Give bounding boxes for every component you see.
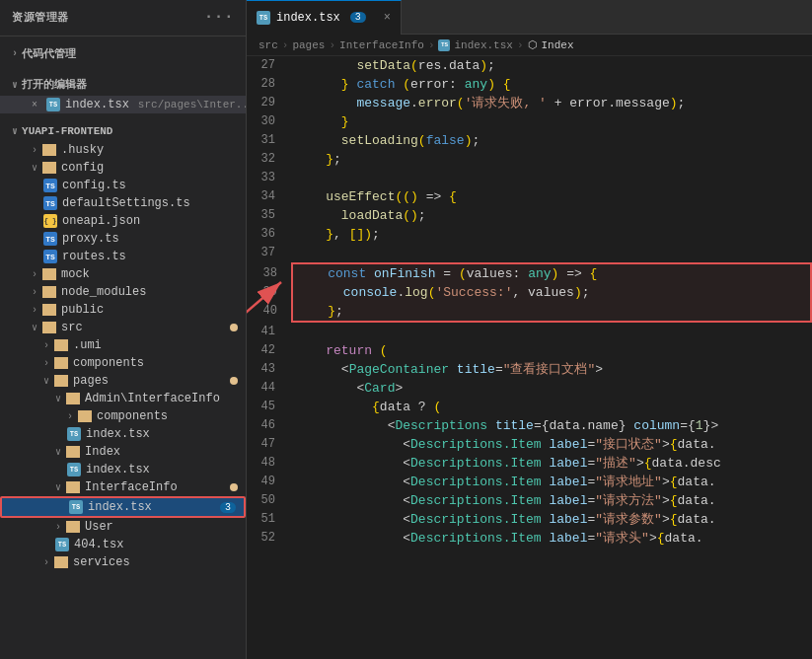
code-line-31: 31 setLoading(false);	[247, 131, 812, 150]
dot-indicator-interfaceinfo	[230, 483, 238, 491]
breadcrumb-sep3: ›	[428, 39, 435, 51]
folder-node-modules[interactable]: › node_modules	[0, 283, 246, 301]
code-line-52: 52 <Descriptions.Item label="请求头">{data.	[247, 529, 812, 548]
folder-icon	[66, 521, 80, 533]
line-content: <Descriptions.Item label="接口状态">{data.	[291, 435, 812, 454]
folder-icon	[54, 556, 68, 568]
code-line-27: 27 setData(res.data);	[247, 56, 812, 75]
folder-husky[interactable]: › .husky	[0, 141, 246, 159]
red-arrow-svg	[247, 274, 288, 324]
line-number: 42	[247, 341, 291, 360]
folder-public[interactable]: › public	[0, 301, 246, 319]
folder-open-icon	[54, 375, 68, 387]
file-oneapi-json[interactable]: { } oneapi.json	[0, 212, 246, 230]
breadcrumb-file: index.tsx	[454, 39, 512, 51]
chevron-down-icon: ∨	[32, 322, 37, 333]
line-number: 37	[247, 244, 291, 262]
sidebar-menu-button[interactable]: ···	[204, 8, 234, 26]
highlighted-block: 38 const onFinish = (values: any) => { 3…	[291, 262, 812, 323]
file-interfaceinfo-index-tsx[interactable]: TS index.tsx 3	[0, 496, 246, 518]
file-config-ts[interactable]: TS config.ts	[0, 177, 246, 194]
breadcrumb-sep4: ›	[517, 39, 524, 51]
folder-user[interactable]: › User	[0, 518, 246, 536]
code-line-46: 46 <Descriptions title={data.name} colum…	[247, 416, 812, 435]
folder-icon	[54, 339, 68, 351]
folder-index[interactable]: ∨ Index	[0, 443, 246, 461]
folder-open-icon	[42, 162, 56, 174]
folder-interfaceinfo-name: InterfaceInfo	[85, 480, 178, 494]
project-label[interactable]: ∨ YUAPI-FRONTEND	[0, 121, 246, 141]
folder-config[interactable]: ∨ config	[0, 159, 246, 177]
folder-interfaceinfo[interactable]: ∨ InterfaceInfo	[0, 478, 246, 496]
ts-icon: TS	[43, 250, 57, 263]
line-number: 43	[247, 360, 291, 379]
line-content: };	[293, 302, 810, 321]
open-editor-item[interactable]: × TS index.tsx src/pages\Inter... 3	[0, 96, 246, 113]
breadcrumb-src: src	[258, 39, 278, 51]
arrow-indicator	[247, 274, 288, 328]
folder-pages-name: pages	[73, 374, 109, 388]
folder-src[interactable]: ∨ src	[0, 319, 246, 336]
code-line-42: 42 return (	[247, 341, 812, 360]
tab-badge: 3	[350, 12, 366, 23]
line-content	[291, 169, 812, 187]
folder-services[interactable]: › services	[0, 553, 246, 571]
code-scroll-area[interactable]: 27 setData(res.data); 28 } catch (error:…	[247, 56, 812, 659]
folder-umi[interactable]: › .umi	[0, 336, 246, 354]
folder-components-nested[interactable]: › components	[0, 407, 246, 425]
source-control-label[interactable]: › 代码代管理	[0, 42, 246, 65]
code-line-41: 41	[247, 323, 812, 341]
line-content: loadData();	[291, 206, 812, 225]
line-number: 47	[247, 435, 291, 454]
open-editors-section: ∨ 打开的编辑器 × TS index.tsx src/pages\Inter.…	[0, 69, 246, 117]
line-content: }, []);	[291, 225, 812, 244]
file-defaultSettings-ts[interactable]: TS defaultSettings.ts	[0, 194, 246, 212]
code-line-49: 49 <Descriptions.Item label="请求地址">{data…	[247, 473, 812, 491]
file-admin-index-tsx[interactable]: TS index.tsx	[0, 425, 246, 443]
close-editor-icon[interactable]: ×	[32, 100, 37, 110]
tab-index-tsx[interactable]: TS index.tsx 3 ×	[247, 0, 402, 35]
file-index-tsx-index[interactable]: TS index.tsx	[0, 461, 246, 478]
file-badge: 3	[220, 502, 236, 513]
line-content: useEffect(() => {	[291, 187, 812, 206]
project-section: ∨ YUAPI-FRONTEND › .husky ∨ config TS co…	[0, 117, 246, 575]
line-content: <Descriptions.Item label="请求地址">{data.	[291, 473, 812, 491]
line-number: 51	[247, 510, 291, 529]
open-editors-text: 打开的编辑器	[22, 77, 87, 92]
svg-line-1	[247, 282, 281, 319]
tab-close-button[interactable]: ×	[384, 11, 391, 25]
chevron-down-icon2: ∨	[12, 125, 18, 137]
file-routes-ts[interactable]: TS routes.ts	[0, 248, 246, 265]
dot-indicator-pages	[230, 377, 238, 385]
folder-components[interactable]: › components	[0, 354, 246, 372]
tsx-icon: TS	[46, 98, 60, 111]
ts-icon: TS	[43, 179, 57, 192]
line-number: 45	[247, 398, 291, 416]
folder-pages[interactable]: ∨ pages	[0, 372, 246, 390]
chevron-right-icon: ›	[32, 269, 37, 280]
code-line-33: 33	[247, 169, 812, 187]
file-name: routes.ts	[62, 250, 126, 263]
folder-open-icon	[66, 446, 80, 458]
code-line-35: 35 loadData();	[247, 206, 812, 225]
line-content: {data ? (	[291, 398, 812, 416]
tsx-icon: TS	[55, 538, 69, 551]
code-line-32: 32 };	[247, 150, 812, 169]
code-line-48: 48 <Descriptions.Item label="描述">{data.d…	[247, 454, 812, 473]
line-number: 29	[247, 94, 291, 112]
open-editors-label[interactable]: ∨ 打开的编辑器	[0, 73, 246, 96]
editor-area: TS index.tsx 3 × src › pages › Interface…	[247, 0, 812, 659]
breadcrumb-pages: pages	[292, 39, 325, 51]
breadcrumb-index: Index	[542, 39, 574, 51]
code-line-39: 39 console.log('Success:', values);	[249, 283, 810, 302]
line-number: 27	[247, 56, 291, 75]
file-proxy-ts[interactable]: TS proxy.ts	[0, 230, 246, 248]
line-content: console.log('Success:', values);	[293, 283, 810, 302]
json-icon: { }	[43, 214, 57, 228]
folder-icon	[78, 410, 92, 422]
chevron-right-icon: ›	[67, 411, 73, 422]
file-404-tsx[interactable]: TS 404.tsx	[0, 536, 246, 553]
code-line-47: 47 <Descriptions.Item label="接口状态">{data…	[247, 435, 812, 454]
folder-mock[interactable]: › mock	[0, 265, 246, 283]
folder-admin-interfaceinfo[interactable]: ∨ Admin\InterfaceInfo	[0, 390, 246, 407]
